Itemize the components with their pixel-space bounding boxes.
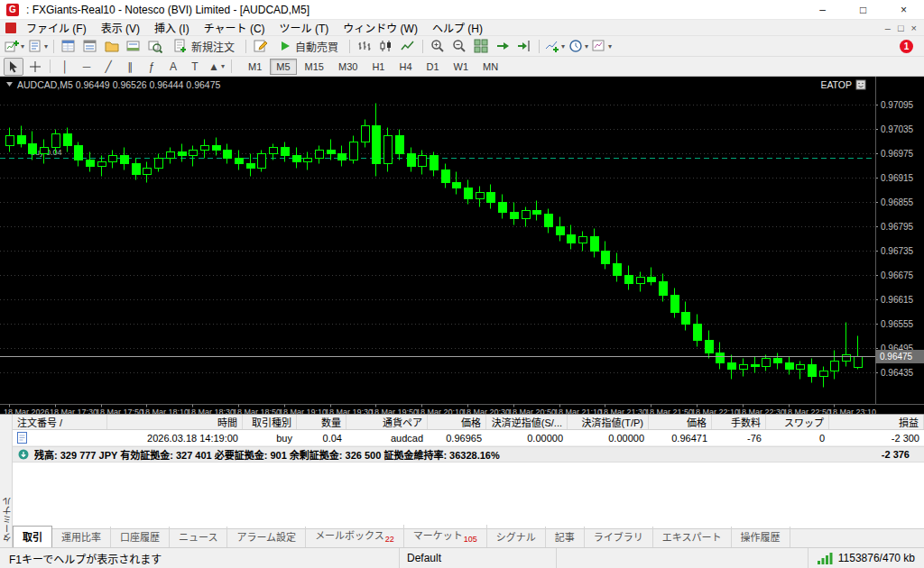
periods-button[interactable]: ▾ — [568, 37, 589, 55]
indicators-button[interactable]: ▾ — [544, 37, 566, 55]
timeframe-m30[interactable]: M30 — [332, 59, 364, 75]
timeframe-mn[interactable]: MN — [476, 59, 504, 75]
svg-text:0.96615: 0.96615 — [881, 295, 914, 305]
maximize-icon[interactable]: □ — [843, 0, 883, 20]
chart-canvas[interactable]: 0.970950.970350.969750.969150.968550.967… — [0, 77, 924, 414]
menu-item-2[interactable]: 表示 (V) — [94, 18, 147, 37]
zoom-in-button[interactable] — [428, 37, 448, 55]
menu-item-4[interactable]: チャート (C) — [197, 18, 273, 37]
order-row[interactable]: 2026.03.18 14:19:00buy0.04audcad0.969650… — [13, 430, 924, 446]
chart-shift-button[interactable] — [514, 37, 534, 55]
tab-12[interactable]: 操作履歴 — [732, 527, 790, 547]
dropdown-icon: ▾ — [561, 42, 565, 50]
dropdown-icon: ▾ — [608, 42, 612, 50]
auto-scroll-button[interactable] — [493, 37, 513, 55]
data-window-button[interactable] — [80, 37, 100, 55]
menu-item-5[interactable]: ツール (T) — [273, 18, 337, 37]
tab-6[interactable]: メールボックス22 — [306, 525, 404, 547]
child-restore-icon[interactable]: □ — [898, 23, 904, 33]
label-button[interactable]: T — [185, 58, 205, 76]
column-header-3[interactable]: 数量 — [297, 415, 346, 429]
column-header-10[interactable]: スワップ — [766, 415, 829, 429]
vertical-line-button[interactable]: │ — [55, 58, 75, 76]
text-button[interactable]: A — [163, 58, 183, 76]
crosshair-button[interactable] — [25, 58, 45, 76]
column-header-5[interactable]: 価格 — [428, 415, 486, 429]
channel-button[interactable]: ∥ — [120, 58, 140, 76]
terminal-side-strip[interactable]: ターミナル — [0, 415, 13, 547]
status-connection[interactable]: 1153876/470 kb — [808, 548, 924, 568]
tab-4[interactable]: ニュース — [170, 527, 227, 547]
bar-chart-button[interactable] — [355, 37, 374, 55]
window-title: : FXGiants-Real10 - Notesco (BVI) Limite… — [26, 4, 310, 16]
templates-icon — [592, 39, 606, 53]
menu-bar: ファイル (F)表示 (V)挿入 (I)チャート (C)ツール (T)ウィンドウ… — [0, 20, 924, 36]
child-close-icon[interactable]: × — [911, 23, 917, 33]
svg-text:0.96915: 0.96915 — [881, 173, 914, 183]
minimize-icon[interactable]: – — [802, 0, 843, 20]
cursor-button[interactable] — [4, 58, 23, 76]
tab-10[interactable]: ライブラリ — [585, 527, 653, 547]
tab-11[interactable]: エキスパート — [653, 527, 732, 547]
column-header-0[interactable]: 注文番号 / — [13, 415, 107, 429]
timeframe-m5[interactable]: M5 — [270, 59, 296, 75]
strategy-tester-button[interactable] — [145, 37, 165, 55]
column-header-7[interactable]: 決済指値(T/P) — [568, 415, 649, 429]
column-header-8[interactable]: 価格 — [649, 415, 712, 429]
column-header-11[interactable]: 損益 — [829, 415, 924, 429]
timeframe-h1[interactable]: H1 — [365, 59, 391, 75]
status-profile[interactable]: Default — [399, 548, 557, 568]
child-minimize-icon[interactable]: – — [885, 23, 891, 33]
new-chart-button[interactable]: ▾ — [4, 37, 25, 55]
menu-item-6[interactable]: ウィンドウ (W) — [336, 18, 425, 37]
line-chart-button[interactable] — [398, 37, 418, 55]
terminal-button[interactable] — [124, 37, 143, 55]
column-header-6[interactable]: 決済逆指値(S/... — [486, 415, 568, 429]
svg-text:18 Mar 2026: 18 Mar 2026 — [4, 408, 50, 415]
chart-window-icon[interactable] — [5, 23, 16, 33]
fibonacci-button[interactable]: ƒ — [142, 58, 162, 76]
tab-1[interactable]: 取引 — [13, 526, 52, 547]
column-header-9[interactable]: 手数料 — [712, 415, 766, 429]
timeframe-d1[interactable]: D1 — [420, 59, 446, 75]
trendline-button[interactable]: ╱ — [98, 58, 118, 76]
connection-traffic: 1153876/470 kb — [838, 552, 915, 564]
tab-7[interactable]: マーケット105 — [404, 525, 487, 547]
column-header-2[interactable]: 取引種別 — [243, 415, 297, 429]
templates-button[interactable]: ▾ — [591, 37, 613, 55]
timeframe-w1[interactable]: W1 — [448, 59, 476, 75]
column-header-1[interactable]: 時間 — [107, 415, 243, 429]
hline-icon: ─ — [83, 61, 91, 72]
column-header-4[interactable]: 通貨ペア — [346, 415, 428, 429]
balance-icon — [18, 449, 29, 460]
notification-badge[interactable]: 1 — [900, 40, 913, 53]
shapes-button[interactable]: ▲ ▾ — [207, 58, 226, 76]
candlestick-button[interactable] — [376, 37, 396, 55]
timeframe-m15[interactable]: M15 — [299, 59, 330, 75]
navigator-button[interactable] — [102, 37, 122, 55]
tab-8[interactable]: シグナル — [487, 527, 546, 547]
profiles-button[interactable]: ▾ — [27, 37, 49, 55]
tab-9[interactable]: 記事 — [546, 527, 585, 547]
market-watch-button[interactable] — [59, 37, 79, 55]
tab-2[interactable]: 運用比率 — [52, 527, 111, 547]
ea-label[interactable]: EATOP — [820, 79, 865, 90]
new-order-button[interactable]: 新規注文 — [167, 37, 241, 55]
svg-text:18 Mar 21:10: 18 Mar 21:10 — [554, 408, 602, 415]
menu-item-1[interactable]: ファイル (F) — [19, 18, 94, 37]
metaeditor-button[interactable] — [251, 37, 271, 55]
tab-5[interactable]: アラーム設定 — [227, 527, 306, 547]
tab-3[interactable]: 口座履歴 — [111, 527, 170, 547]
tile-windows-button[interactable] — [471, 37, 491, 55]
close-icon[interactable]: × — [883, 0, 924, 20]
timeframe-group: M1M5M15M30H1H4D1W1MN — [241, 59, 505, 75]
timeframe-m1[interactable]: M1 — [242, 59, 268, 75]
menu-item-3[interactable]: 挿入 (I) — [147, 18, 197, 37]
horizontal-line-button[interactable]: ─ — [77, 58, 97, 76]
menu-item-7[interactable]: ヘルプ (H) — [425, 18, 490, 37]
strategy-tester-icon — [148, 39, 162, 53]
zoom-out-button[interactable] — [449, 37, 469, 55]
autotrade-button[interactable]: 自動売買 — [273, 37, 345, 55]
toolbar-standard: ▾ ▾ 新規注文 自動売買 — [0, 36, 924, 57]
timeframe-h4[interactable]: H4 — [393, 59, 418, 75]
